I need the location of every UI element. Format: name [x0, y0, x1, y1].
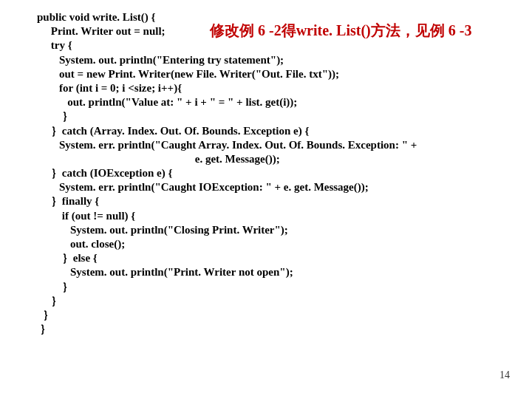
code-line: ｝else { — [37, 251, 532, 265]
code-line: try { — [37, 38, 532, 52]
code-line: System. out. println("Entering try state… — [37, 53, 532, 67]
code-block: public void write. List() { Print. Write… — [0, 0, 532, 336]
code-line: System. err. println("Caught Array. Inde… — [37, 138, 532, 152]
code-line: System. err. println("Caught IOException… — [37, 180, 532, 194]
code-line: out. println("Value at: " + i + " = " + … — [37, 95, 532, 109]
code-line: System. out. println("Closing Print. Wri… — [37, 223, 532, 237]
code-line: for (int i = 0; i <size; i++){ — [37, 81, 532, 95]
code-line: ｝ — [37, 109, 532, 123]
code-line: ｝ — [37, 294, 532, 308]
code-line: e. get. Message()); — [37, 152, 532, 166]
code-line: if (out != null) { — [37, 209, 532, 223]
code-line: System. out. println("Print. Writer not … — [37, 265, 532, 279]
page-number: 14 — [499, 369, 510, 381]
annotation-text: 修改例 6 -2得write. List()方法，见例 6 -3 — [210, 21, 520, 41]
code-line: ｝ — [37, 308, 532, 322]
code-line: ｝ — [37, 280, 532, 294]
code-line: out = new Print. Writer(new File. Writer… — [37, 67, 532, 81]
code-line: ｝ — [37, 322, 532, 336]
code-line: ｝finally { — [37, 194, 532, 208]
code-line: out. close(); — [37, 237, 532, 251]
code-line: ｝catch (Array. Index. Out. Of. Bounds. E… — [37, 124, 532, 138]
code-line: ｝catch (IOException e) { — [37, 166, 532, 180]
